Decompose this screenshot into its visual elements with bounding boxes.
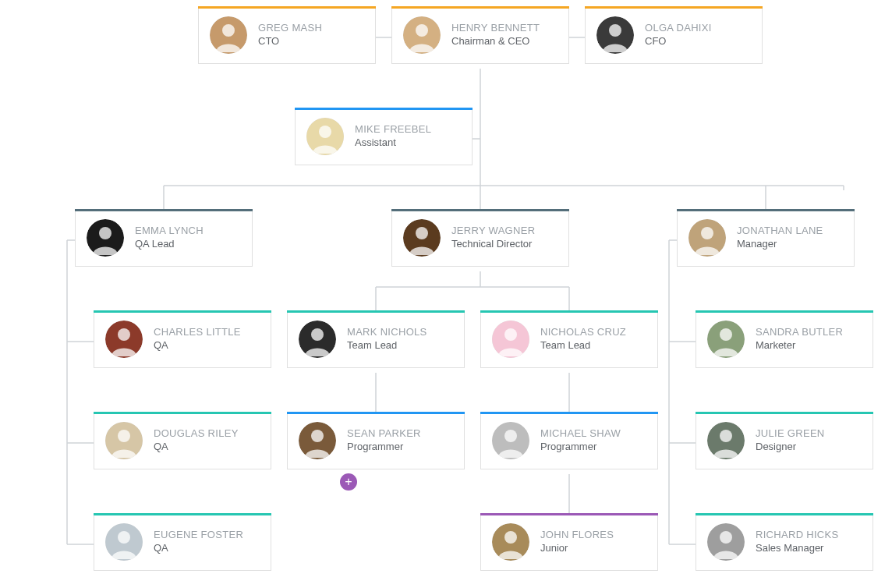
card-accent [94, 513, 271, 515]
card-accent [94, 412, 271, 414]
avatar [403, 16, 441, 54]
org-card-sean[interactable]: SEAN PARKERProgrammer [287, 412, 465, 469]
person-title: Manager [737, 238, 823, 251]
svg-point-47 [720, 328, 732, 341]
org-card-olga[interactable]: OLGA DAHIXICFO [585, 6, 763, 64]
person-title: QA [154, 441, 239, 454]
person-name: MICHAEL SHAW [540, 427, 621, 441]
person-name: EUGENE FOSTER [154, 529, 243, 542]
person-title: CFO [645, 35, 712, 48]
svg-point-37 [416, 227, 428, 239]
person-name: JULIE GREEN [756, 427, 825, 441]
svg-point-43 [311, 328, 324, 341]
person-name: NICHOLAS CRUZ [540, 326, 626, 339]
person-title: Assistant [355, 136, 431, 150]
person-name: DOUGLAS RILEY [154, 427, 239, 441]
org-card-richard[interactable]: RICHARD HICKSSales Manager [696, 513, 873, 571]
person-title: Programmer [540, 441, 621, 454]
avatar [492, 321, 529, 358]
person-title: Junior [540, 542, 614, 555]
card-accent [391, 6, 569, 9]
org-card-jerry[interactable]: JERRY WAGNERTechnical Director [391, 209, 569, 267]
person-title: Chairman & CEO [451, 35, 540, 48]
svg-point-61 [720, 531, 732, 544]
avatar [299, 422, 336, 459]
person-title: QA [154, 339, 241, 352]
avatar [707, 422, 745, 459]
org-card-sandra[interactable]: SANDRA BUTLERMarketer [696, 310, 873, 368]
card-accent [287, 310, 465, 313]
svg-point-53 [504, 430, 517, 442]
person-title: Team Lead [347, 339, 427, 352]
card-accent [295, 108, 473, 110]
avatar [492, 523, 529, 561]
org-card-eugene[interactable]: EUGENE FOSTERQA [94, 513, 271, 571]
avatar [492, 422, 529, 459]
person-title: Team Lead [540, 339, 626, 352]
card-accent [696, 412, 873, 414]
org-card-henry[interactable]: HENRY BENNETTChairman & CEO [391, 6, 569, 64]
svg-point-59 [504, 531, 517, 544]
card-accent [391, 209, 569, 211]
svg-point-31 [609, 24, 621, 37]
org-card-julie[interactable]: JULIE GREENDesigner [696, 412, 873, 469]
card-accent [480, 513, 658, 515]
person-name: CHARLES LITTLE [154, 326, 241, 339]
person-name: OLGA DAHIXI [645, 22, 712, 35]
svg-point-29 [416, 24, 428, 37]
person-title: Programmer [347, 441, 421, 454]
svg-point-35 [99, 227, 112, 239]
org-card-emma[interactable]: EMMA LYNCHQA Lead [75, 209, 253, 267]
svg-point-57 [118, 531, 130, 544]
person-name: HENRY BENNETT [451, 22, 540, 35]
avatar [105, 523, 143, 561]
svg-point-41 [118, 328, 130, 341]
card-accent [480, 412, 658, 414]
person-title: Sales Manager [756, 542, 838, 555]
person-name: JOHN FLORES [540, 529, 614, 542]
card-accent [585, 6, 763, 9]
org-card-nick[interactable]: NICHOLAS CRUZTeam Lead [480, 310, 658, 368]
avatar [403, 219, 441, 257]
person-name: SEAN PARKER [347, 427, 421, 441]
card-accent [198, 6, 376, 9]
avatar [596, 16, 634, 54]
avatar [306, 118, 344, 155]
person-title: Designer [756, 441, 825, 454]
svg-point-27 [222, 24, 235, 37]
person-title: QA Lead [135, 238, 204, 251]
avatar [105, 422, 143, 459]
plus-icon: + [345, 476, 352, 488]
avatar [707, 321, 745, 358]
person-title: CTO [258, 35, 322, 48]
person-name: JERRY WAGNER [451, 225, 535, 238]
org-card-john[interactable]: JOHN FLORESJunior [480, 513, 658, 571]
avatar [87, 219, 124, 257]
card-accent [696, 513, 873, 515]
person-name: JONATHAN LANE [737, 225, 823, 238]
org-chart-connectors [0, 0, 892, 588]
person-name: SANDRA BUTLER [756, 326, 843, 339]
org-card-jon[interactable]: JONATHAN LANEManager [677, 209, 855, 267]
svg-point-51 [311, 430, 324, 442]
org-card-charles[interactable]: CHARLES LITTLEQA [94, 310, 271, 368]
card-accent [677, 209, 855, 211]
person-title: QA [154, 542, 243, 555]
org-card-greg[interactable]: GREG MASHCTO [198, 6, 376, 64]
org-card-mark[interactable]: MARK NICHOLSTeam Lead [287, 310, 465, 368]
svg-point-33 [319, 126, 331, 138]
expand-button[interactable]: + [340, 473, 357, 491]
person-name: GREG MASH [258, 22, 322, 35]
org-card-mike[interactable]: MIKE FREEBELAssistant [295, 108, 473, 165]
avatar [299, 321, 336, 358]
org-card-michael[interactable]: MICHAEL SHAWProgrammer [480, 412, 658, 469]
svg-point-55 [720, 430, 732, 442]
card-accent [287, 412, 465, 414]
person-title: Marketer [756, 339, 843, 352]
avatar [210, 16, 247, 54]
person-name: MIKE FREEBEL [355, 123, 431, 136]
person-name: EMMA LYNCH [135, 225, 204, 238]
avatar [707, 523, 745, 561]
org-card-douglas[interactable]: DOUGLAS RILEYQA [94, 412, 271, 469]
person-name: MARK NICHOLS [347, 326, 427, 339]
